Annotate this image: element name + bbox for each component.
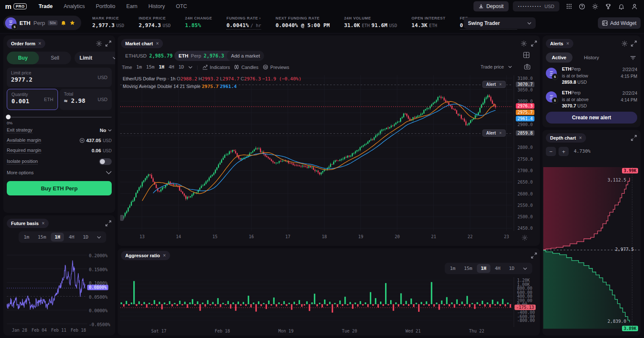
alerts-tab[interactable]: Alerts× bbox=[546, 39, 573, 48]
sell-tab[interactable]: Sell bbox=[39, 52, 71, 64]
timeframe-1D[interactable]: 1D bbox=[79, 233, 92, 242]
theme-icon[interactable] bbox=[592, 3, 599, 10]
balance-pill[interactable]: ·········· USD bbox=[513, 1, 559, 11]
market-tab-ethusd[interactable]: ETH/USD 2,985.79 × bbox=[121, 51, 182, 61]
future-basis-chart[interactable] bbox=[7, 247, 87, 324]
alerts-tab-active[interactable]: Active bbox=[546, 52, 572, 63]
timeframe-15m[interactable]: 15m bbox=[146, 64, 154, 70]
aggressor-bar-chart[interactable] bbox=[120, 277, 512, 327]
timeframe-4H[interactable]: 4H bbox=[65, 233, 78, 242]
previews-button[interactable]: Previews bbox=[263, 64, 289, 70]
timeframe-1H[interactable]: 1H bbox=[477, 264, 490, 273]
gear-icon[interactable] bbox=[96, 40, 102, 47]
chevron-down-icon[interactable] bbox=[519, 266, 531, 272]
close-icon[interactable]: × bbox=[38, 41, 41, 47]
gear-icon[interactable] bbox=[621, 40, 628, 47]
rewards-icon[interactable] bbox=[605, 3, 612, 10]
close-icon[interactable]: × bbox=[499, 131, 502, 135]
timeframe-1D[interactable]: 1D bbox=[505, 264, 518, 273]
add-widget-button[interactable]: Add Widget bbox=[598, 17, 641, 29]
aggressor-ratio-tab[interactable]: Aggressor ratio× bbox=[121, 251, 170, 260]
nav-item-earn[interactable]: Earn bbox=[126, 3, 137, 9]
app-logo[interactable]: m PRO bbox=[5, 3, 27, 10]
expand-icon[interactable] bbox=[105, 40, 112, 47]
timeframe-4H[interactable]: 4H bbox=[491, 264, 504, 273]
notifications-icon[interactable] bbox=[618, 3, 625, 10]
nav-item-trade[interactable]: Trade bbox=[39, 3, 52, 9]
camera-icon[interactable] bbox=[524, 63, 531, 70]
timeframe-1m[interactable]: 1m bbox=[136, 64, 142, 70]
expand-icon[interactable] bbox=[630, 135, 637, 141]
alerts-tab-history[interactable]: History bbox=[578, 52, 605, 63]
chevron-down-icon[interactable] bbox=[188, 66, 193, 69]
candlestick-chart[interactable] bbox=[120, 75, 512, 231]
timeframe-15m[interactable]: 15m bbox=[34, 233, 50, 242]
price-badge: 2976.3 bbox=[516, 103, 534, 109]
order-form-tab[interactable]: Order form× bbox=[7, 39, 45, 48]
quantity-slider[interactable] bbox=[7, 117, 112, 118]
indicators-button[interactable]: Indicators bbox=[202, 64, 230, 70]
close-icon[interactable]: × bbox=[163, 253, 166, 258]
close-icon[interactable]: × bbox=[156, 41, 159, 47]
help-icon[interactable] bbox=[578, 3, 586, 10]
symbol-selector[interactable]: Ξ$ ETH Perp 50x bbox=[3, 16, 81, 30]
order-type-select[interactable]: Limit bbox=[74, 52, 115, 64]
isolate-position-toggle[interactable] bbox=[99, 158, 112, 165]
deposit-button[interactable]: Deposit bbox=[473, 1, 509, 11]
market-chart-tab[interactable]: Market chart× bbox=[121, 39, 163, 48]
zoom-in-button[interactable]: + bbox=[559, 147, 569, 156]
close-icon[interactable]: × bbox=[566, 41, 569, 47]
workspace-select[interactable]: Swing Trader bbox=[464, 17, 536, 29]
expand-icon[interactable] bbox=[105, 220, 112, 227]
close-icon[interactable]: × bbox=[499, 82, 502, 87]
alert-item[interactable]: Ξ$ETHPerpis at or above3070.7 USD2/22/24… bbox=[546, 90, 637, 112]
expand-icon[interactable] bbox=[531, 40, 537, 47]
account-icon[interactable] bbox=[631, 3, 638, 10]
nav-item-portfolio[interactable]: Portfolio bbox=[96, 3, 116, 9]
price-alert-bell-icon[interactable] bbox=[61, 20, 66, 26]
favorite-star-icon[interactable] bbox=[69, 20, 75, 26]
alert-chip-high[interactable]: Alert× bbox=[482, 81, 506, 88]
slider-handle[interactable] bbox=[6, 115, 11, 119]
apps-icon[interactable] bbox=[565, 3, 572, 10]
nav-item-analytics[interactable]: Analytics bbox=[64, 3, 85, 9]
exit-strategy-value[interactable]: No bbox=[100, 128, 112, 133]
nav-item-otc[interactable]: OTC bbox=[176, 3, 187, 9]
aggr-x-tick: Feb 18 bbox=[215, 329, 230, 333]
expand-icon[interactable] bbox=[630, 40, 637, 47]
create-new-alert-button[interactable]: Create new alert bbox=[546, 112, 637, 124]
timeframe-1H[interactable]: 1H bbox=[159, 64, 164, 70]
alert-item[interactable]: Ξ$ETHPerpis at or below2859.8 USD2/22/24… bbox=[546, 66, 637, 88]
timeframe-1m[interactable]: 1m bbox=[20, 233, 33, 242]
total-field[interactable]: Total ≈ 2.98 USD bbox=[60, 89, 112, 110]
future-basis-tab[interactable]: Future basis× bbox=[7, 219, 49, 228]
layout-grid-icon[interactable] bbox=[523, 52, 530, 58]
quantity-field[interactable]: Quantity 0.001 ETH bbox=[7, 89, 58, 110]
timeframe-4H[interactable]: 4H bbox=[168, 64, 174, 70]
more-options-row[interactable]: More options bbox=[7, 168, 112, 177]
candles-button[interactable]: Candles bbox=[234, 64, 258, 70]
plus-circle-icon[interactable] bbox=[80, 138, 85, 143]
limit-price-field[interactable]: Limit price 2977.2 USD bbox=[7, 68, 112, 87]
nav-item-history[interactable]: History bbox=[149, 3, 165, 9]
close-icon[interactable]: × bbox=[579, 135, 582, 141]
filter-icon[interactable] bbox=[630, 55, 636, 61]
expand-icon[interactable] bbox=[531, 252, 537, 259]
market-tab-ethperp[interactable]: ETH Perp 2,976.3 × bbox=[174, 51, 234, 61]
price-axis[interactable]: 3100.03050.03000.02900.02800.02750.02700… bbox=[514, 75, 540, 231]
axis-settings-gear-icon[interactable] bbox=[521, 234, 528, 241]
add-market-button[interactable]: Add a market bbox=[227, 51, 264, 61]
close-icon[interactable]: × bbox=[41, 220, 44, 226]
zoom-out-button[interactable]: − bbox=[546, 147, 556, 156]
timeframe-1D[interactable]: 1D bbox=[179, 64, 184, 70]
gear-icon[interactable] bbox=[520, 40, 527, 47]
submit-buy-button[interactable]: Buy ETH Perp bbox=[7, 181, 112, 195]
buy-tab[interactable]: Buy bbox=[7, 52, 39, 64]
trade-price-select[interactable]: Trade price bbox=[481, 64, 512, 69]
alert-chip-low[interactable]: Alert× bbox=[482, 129, 506, 137]
timeframe-1H[interactable]: 1H bbox=[51, 233, 64, 242]
chevron-down-icon[interactable] bbox=[93, 234, 105, 240]
timeframe-1m[interactable]: 1m bbox=[446, 264, 459, 273]
depth-chart-tab[interactable]: Depth chart× bbox=[546, 133, 586, 143]
timeframe-15m[interactable]: 15m bbox=[460, 264, 476, 273]
